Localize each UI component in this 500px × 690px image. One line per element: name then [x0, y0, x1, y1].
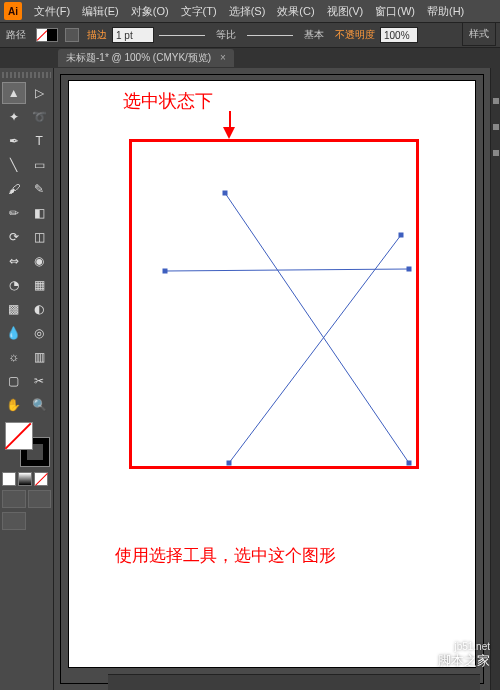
- pencil-tool[interactable]: ✏: [2, 202, 26, 224]
- brush-definition[interactable]: [247, 35, 293, 36]
- stroke-weight-field[interactable]: 1 pt: [112, 27, 154, 43]
- artboard-frame: 选中状态下 使用选择工具，选中这个图形: [60, 74, 484, 684]
- menu-file[interactable]: 文件(F): [28, 4, 76, 19]
- anchor-point[interactable]: [407, 461, 412, 466]
- profile-label: 等比: [210, 28, 242, 42]
- shape-builder-tool[interactable]: ◔: [2, 274, 26, 296]
- variable-width-profile[interactable]: [159, 35, 205, 36]
- menu-help[interactable]: 帮助(H): [421, 4, 470, 19]
- direct-selection-tool[interactable]: ▷: [28, 82, 52, 104]
- line-tool[interactable]: ╲: [2, 154, 26, 176]
- behind-draw-mode[interactable]: [28, 490, 52, 508]
- gradient-tool[interactable]: ◐: [28, 298, 52, 320]
- none-mode-icon[interactable]: [34, 472, 48, 486]
- opacity-field[interactable]: 100%: [380, 27, 418, 43]
- menu-view[interactable]: 视图(V): [321, 4, 370, 19]
- mesh-tool[interactable]: ▩: [2, 298, 26, 320]
- hand-tool[interactable]: ✋: [2, 394, 26, 416]
- document-tab-strip: 未标题-1* @ 100% (CMYK/预览) ×: [0, 48, 500, 68]
- right-panel-strip: [490, 68, 500, 690]
- menu-window[interactable]: 窗口(W): [369, 4, 421, 19]
- control-bar: 路径 描边 1 pt 等比 基本 不透明度 100%: [0, 22, 500, 48]
- paintbrush-tool[interactable]: 🖌: [2, 178, 26, 200]
- perspective-grid-tool[interactable]: ▦: [28, 274, 52, 296]
- type-tool[interactable]: T: [28, 130, 52, 152]
- gradient-mode-icon[interactable]: [18, 472, 32, 486]
- menu-select[interactable]: 选择(S): [223, 4, 272, 19]
- document-tab[interactable]: 未标题-1* @ 100% (CMYK/预览) ×: [58, 49, 234, 67]
- annotation-top-text: 选中状态下: [123, 89, 213, 113]
- app-logo-icon: Ai: [4, 2, 22, 20]
- panel-grip-icon[interactable]: [2, 72, 51, 78]
- status-bar: [108, 674, 480, 690]
- magic-wand-tool[interactable]: ✦: [2, 106, 26, 128]
- lasso-tool[interactable]: ➰: [28, 106, 52, 128]
- anchor-point[interactable]: [407, 267, 412, 272]
- selected-paths[interactable]: [129, 139, 419, 469]
- menu-edit[interactable]: 编辑(E): [76, 4, 125, 19]
- menu-effect[interactable]: 效果(C): [271, 4, 320, 19]
- symbol-sprayer-tool[interactable]: ☼: [2, 346, 26, 368]
- svg-line-1: [225, 193, 409, 463]
- eyedropper-tool[interactable]: 💧: [2, 322, 26, 344]
- anchor-point[interactable]: [223, 191, 228, 196]
- annotation-arrowhead-icon: [223, 127, 235, 139]
- tool-panel: ▲▷ ✦➰ ✒T ╲▭ 🖌✎ ✏◧ ⟳◫ ⇔◉ ◔▦ ▩◐ 💧◎ ☼▥ ▢✂ ✋…: [0, 68, 54, 690]
- document-tab-title: 未标题-1* @ 100% (CMYK/预览): [66, 52, 211, 63]
- anchor-point[interactable]: [399, 233, 404, 238]
- artboard[interactable]: 选中状态下 使用选择工具，选中这个图形: [69, 81, 475, 667]
- opacity-label[interactable]: 不透明度: [330, 28, 380, 42]
- pen-tool[interactable]: ✒: [2, 130, 26, 152]
- rotate-tool[interactable]: ⟳: [2, 226, 26, 248]
- normal-draw-mode[interactable]: [2, 490, 26, 508]
- svg-line-0: [165, 269, 409, 271]
- close-icon[interactable]: ×: [220, 52, 226, 63]
- fill-proxy-icon[interactable]: [5, 422, 33, 450]
- zoom-tool[interactable]: 🔍: [28, 394, 52, 416]
- column-graph-tool[interactable]: ▥: [28, 346, 52, 368]
- artboard-tool[interactable]: ▢: [2, 370, 26, 392]
- anchor-point[interactable]: [227, 461, 232, 466]
- stroke-swatch[interactable]: [65, 28, 79, 42]
- eraser-tool[interactable]: ◧: [28, 202, 52, 224]
- scale-tool[interactable]: ◫: [28, 226, 52, 248]
- fill-swatch[interactable]: [36, 28, 58, 42]
- menubar: Ai 文件(F) 编辑(E) 对象(O) 文字(T) 选择(S) 效果(C) 视…: [0, 0, 500, 22]
- workspace: ▲▷ ✦➰ ✒T ╲▭ 🖌✎ ✏◧ ⟳◫ ⇔◉ ◔▦ ▩◐ 💧◎ ☼▥ ▢✂ ✋…: [0, 68, 500, 690]
- free-transform-tool[interactable]: ◉: [28, 250, 52, 272]
- slice-tool[interactable]: ✂: [28, 370, 52, 392]
- annotation-bottom-text: 使用选择工具，选中这个图形: [115, 544, 336, 567]
- stroke-label[interactable]: 描边: [82, 28, 112, 42]
- brush-label: 基本: [298, 28, 330, 42]
- fill-stroke-control[interactable]: [5, 422, 49, 466]
- color-mode-icon[interactable]: [2, 472, 16, 486]
- rectangle-tool[interactable]: ▭: [28, 154, 52, 176]
- style-dropdown[interactable]: 样式: [462, 22, 496, 46]
- width-tool[interactable]: ⇔: [2, 250, 26, 272]
- panel-icon[interactable]: [493, 150, 499, 156]
- selection-kind-label: 路径: [0, 28, 32, 42]
- blend-tool[interactable]: ◎: [28, 322, 52, 344]
- canvas-region: 选中状态下 使用选择工具，选中这个图形: [54, 68, 490, 690]
- screen-mode-button[interactable]: [2, 512, 26, 530]
- selection-tool[interactable]: ▲: [2, 82, 26, 104]
- anchor-point[interactable]: [163, 269, 168, 274]
- menu-type[interactable]: 文字(T): [175, 4, 223, 19]
- menu-object[interactable]: 对象(O): [125, 4, 175, 19]
- svg-line-2: [229, 235, 401, 463]
- panel-icon[interactable]: [493, 124, 499, 130]
- blob-brush-tool[interactable]: ✎: [28, 178, 52, 200]
- panel-icon[interactable]: [493, 98, 499, 104]
